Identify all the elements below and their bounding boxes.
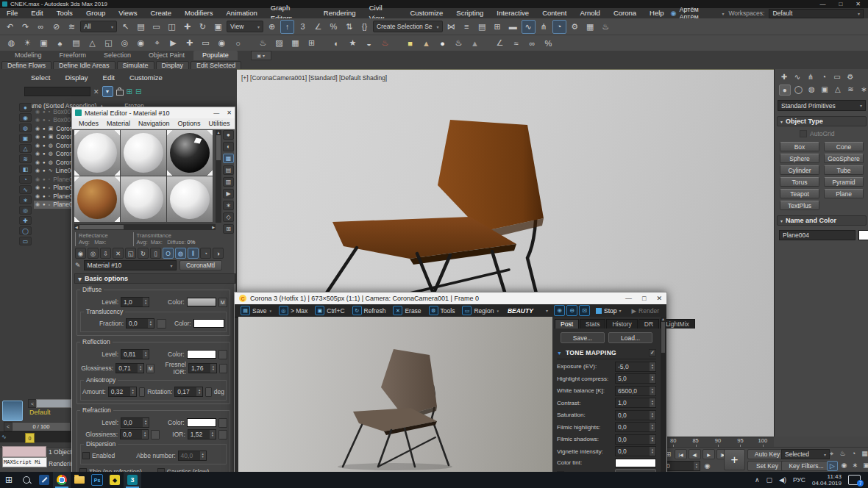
menu-modifiers[interactable]: Modifiers (178, 8, 220, 18)
region-button[interactable]: ▭ Region ▾ (459, 306, 501, 316)
target-icon[interactable]: ⌖ ▾ (150, 36, 164, 50)
hierarchy-tab-icon[interactable]: ⋔ (805, 72, 816, 82)
render-toggle-icon[interactable]: ● (43, 151, 46, 156)
workspace-dropdown[interactable]: Default ▾ (769, 9, 864, 18)
menu-rendering[interactable]: Rendering (317, 8, 363, 18)
taskbar-app-photoshop[interactable]: Ps (88, 472, 106, 488)
selection-filter-dropdown[interactable]: All ▾ (80, 21, 117, 32)
explorer-menu-display[interactable]: Display (59, 73, 93, 82)
material-teapot-icon[interactable]: ♨ ▾ (452, 36, 466, 50)
show-end-result-icon[interactable]: ▯ (150, 248, 161, 259)
menu-scripting[interactable]: Scripting (449, 8, 490, 18)
select-by-name-icon[interactable]: ▤ ▾ (134, 20, 148, 34)
expand-all-icon[interactable]: ⊞ (127, 87, 132, 96)
render-toggle-icon[interactable]: ● (43, 168, 46, 173)
taskbar-app-explorer[interactable] (71, 472, 88, 488)
render-toggle-icon[interactable]: ● (43, 126, 46, 131)
object-name-field[interactable]: Plane004 (779, 230, 855, 240)
display-helpers-icon[interactable]: △ (19, 144, 32, 153)
value-spinner[interactable]: 0,0 (615, 434, 656, 445)
options-icon[interactable]: ∗ (223, 201, 234, 210)
me-menu-utilities[interactable]: Utilities (205, 120, 234, 127)
stop-button[interactable]: Stop ▾ (591, 307, 626, 315)
material-slot-2[interactable] (121, 130, 166, 176)
dome-light-icon[interactable]: ◒ ▾ (362, 36, 376, 50)
lock-icon[interactable] (116, 90, 124, 96)
menu-tools[interactable]: Tools (50, 8, 79, 18)
refresh-button[interactable]: ↻ Refresh ▾ (349, 306, 389, 316)
maxscript-mini-listener-pink[interactable] (2, 446, 46, 457)
timeline-range[interactable]: 0 / 100 (12, 422, 71, 431)
ribbon-minimize-button[interactable]: ▣▾ (251, 51, 271, 60)
background-icon[interactable]: ◍ (175, 248, 186, 259)
lights-category-icon[interactable]: ◍ (806, 85, 817, 94)
color-tint-swatch[interactable] (615, 459, 656, 467)
angle-snap-icon[interactable]: ∠ ▾ (311, 20, 325, 34)
map-button[interactable] (151, 430, 160, 439)
menu-content[interactable]: Content (536, 8, 573, 18)
shapes-category-icon[interactable]: ◯ (794, 85, 804, 94)
basic-options-rollout[interactable]: ▾ Basic options (74, 273, 235, 284)
collapse-all-icon[interactable]: ▭ (19, 237, 32, 245)
value-spinner[interactable]: 1,76 (188, 363, 217, 373)
tools-button[interactable]: ⚙ Tools ▾ (426, 306, 458, 316)
backlight-icon[interactable]: ◐ (223, 142, 234, 151)
map-button[interactable] (219, 364, 227, 373)
visibility-icon[interactable]: ◉ (35, 151, 40, 157)
explorer-menu-customize[interactable]: Customize (124, 73, 168, 82)
visibility-icon[interactable]: ◉ (35, 159, 40, 165)
render-setup-icon[interactable]: ⚙ ▾ (568, 20, 582, 34)
pyramid-button[interactable]: Pyramid (824, 177, 864, 187)
sun-icon[interactable]: ☀ ▾ (21, 36, 35, 50)
color-swatch[interactable] (187, 418, 216, 427)
status-panel-button[interactable] (2, 401, 23, 421)
bitmap-icon[interactable]: ▨ ▾ (272, 36, 286, 50)
map-button[interactable] (218, 430, 227, 439)
map-button[interactable]: M (218, 298, 227, 307)
erase-button[interactable]: ✕ Erase ▾ (390, 306, 424, 316)
playback-active-icon[interactable]: ▷ (827, 461, 838, 471)
render-toggle-icon[interactable]: ● (43, 194, 46, 198)
render-channel-dropdown[interactable]: BEAUTY ▾ (503, 307, 552, 315)
value-spinner[interactable]: 0,0 (120, 429, 149, 439)
taskbar-app-chrome[interactable] (53, 472, 71, 488)
value-spinner[interactable]: 6500,0 (615, 386, 656, 396)
display-none-icon[interactable]: ◉ (19, 113, 32, 122)
image-icon[interactable]: ▦ (860, 449, 868, 458)
use-pivot-center-icon[interactable]: ⊕ ▾ (265, 20, 279, 34)
display-hidden-icon[interactable]: ✚ (19, 216, 32, 225)
vfb-tab-history[interactable]: History (606, 319, 637, 329)
me-menu-options[interactable]: Options (174, 120, 204, 127)
track-bar[interactable]: ∿ 0 (0, 431, 71, 442)
sample-type-icon[interactable]: ● (223, 130, 234, 140)
me-menu-material[interactable]: Material (103, 120, 134, 127)
menu-edit[interactable]: Edit (24, 8, 49, 18)
ribbon-toggle-icon[interactable]: ▬ ▾ (506, 20, 520, 34)
save-button[interactable]: ▤ Save ▾ (238, 306, 274, 316)
expand-all-icon[interactable]: ◯ (19, 226, 32, 235)
display-particles-icon[interactable]: ∗ (19, 195, 32, 204)
select-and-move-icon[interactable]: ✚ ▾ (180, 20, 194, 34)
value-spinner[interactable]: 0,0 (126, 318, 154, 329)
reset-map-icon[interactable]: ✕ (113, 248, 124, 259)
window-crossing-icon[interactable]: ◫ ▾ (165, 20, 179, 34)
put-to-library-icon[interactable]: ◎ (88, 248, 99, 259)
textplus-button[interactable]: TextPlus (780, 201, 819, 210)
menu-animation[interactable]: Animation (220, 8, 264, 18)
color-swatch[interactable] (187, 350, 216, 359)
menu-interactive[interactable]: Interactive (490, 8, 536, 18)
geometry-category-icon[interactable]: ● (779, 85, 791, 96)
me-menu-navigation[interactable]: Navigation (135, 120, 174, 127)
mtl-options-icon[interactable]: ◑ (213, 248, 224, 259)
layer-explorer-icon[interactable]: ▤ ▾ (475, 20, 489, 34)
undo-icon[interactable]: ↶ ▾ (3, 20, 17, 34)
visibility-icon[interactable]: ◉ (35, 126, 40, 132)
set-keys-plus-button[interactable]: + (724, 449, 745, 470)
render-production-icon[interactable]: ♨ ▾ (599, 20, 613, 34)
menu-help[interactable]: Help (643, 8, 671, 18)
display-all-icon[interactable]: ● (19, 103, 32, 112)
tone-load-button[interactable]: Load... (608, 332, 652, 343)
snaps-toggle-icon[interactable]: 3 ▾ (296, 20, 310, 34)
menu-views[interactable]: Views (112, 8, 143, 18)
material-slot-4[interactable] (74, 176, 120, 222)
